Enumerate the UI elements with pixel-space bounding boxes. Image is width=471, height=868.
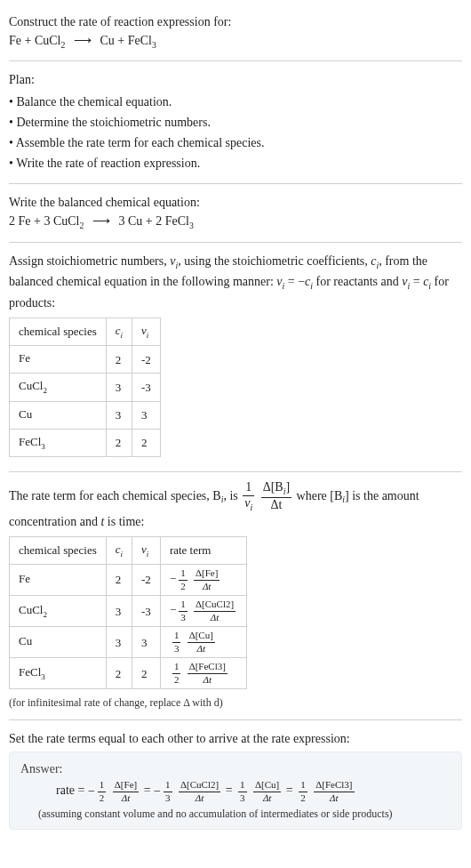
bracket: ]	[285, 480, 290, 494]
fraction-den: Δt	[314, 792, 354, 804]
plan-list: Balance the chemical equation. Determine…	[9, 92, 462, 174]
minus-sign: −	[170, 572, 176, 585]
fraction-num: 1	[164, 780, 172, 792]
infinitesimal-note: (for infinitesimal rate of change, repla…	[9, 695, 462, 711]
final-section: Set the rate terms equal to each other t…	[9, 724, 462, 838]
species-text: FeCl	[128, 34, 152, 47]
species-text: CuCl	[53, 214, 80, 228]
final-prompt: Set the rate terms equal to each other t…	[9, 729, 462, 748]
assign-text: , using the stoichiometric coefficients,	[178, 254, 371, 268]
species-cucl2: CuCl2	[35, 34, 68, 47]
fraction-num: Δ[CuCl2]	[194, 599, 236, 612]
fraction-den: Δt	[113, 792, 139, 804]
fraction-den: νi	[243, 496, 254, 512]
plus: +	[25, 34, 32, 47]
rate-term-text: where [B	[297, 489, 343, 502]
rate-term-table: chemical species ci νi rate term Fe 2 -2…	[9, 536, 247, 690]
subscript: i	[121, 331, 124, 340]
fraction: 1 νi	[243, 481, 254, 512]
subscript: 3	[41, 441, 45, 450]
rate-term-section: The rate term for each chemical species,…	[9, 476, 462, 716]
subscript: 3	[189, 221, 194, 230]
species-fe: Fe	[19, 214, 31, 228]
subscript: 3	[152, 40, 156, 50]
cell-nui: -2	[132, 565, 161, 596]
fraction-num: Δ[Fe]	[194, 568, 220, 581]
assign-text: Assign stoichiometric numbers,	[9, 254, 170, 268]
fraction-den: Δt	[253, 792, 281, 804]
subscript: 2	[79, 221, 84, 230]
cell-species: CuCl2	[10, 374, 107, 401]
fraction: 13	[238, 780, 247, 803]
fraction-num: Δ[Cu]	[253, 780, 281, 792]
rate-expression: rate = −12 Δ[Fe]Δt = −13 Δ[CuCl2]Δt = 13…	[56, 780, 451, 803]
fraction-den: Δt	[188, 643, 215, 655]
col-ci: ci	[106, 536, 132, 564]
plus: +	[34, 214, 41, 228]
equals-neg: = −	[284, 275, 305, 288]
col-nui: νi	[132, 536, 161, 564]
fraction-num: Δ[FeCl3]	[188, 662, 228, 674]
cell-nui: -2	[132, 346, 161, 374]
species-fecl3: FeCl3	[165, 214, 194, 228]
subscript: 2	[60, 40, 65, 50]
construct-section: Construct the rate of reaction expressio…	[9, 7, 462, 57]
fraction-num: Δ[Bi]	[261, 481, 291, 498]
equals: =	[286, 784, 296, 798]
fraction: Δ[Fe]Δt	[194, 568, 220, 591]
col-rate-term: rate term	[160, 536, 246, 564]
cell-nui: 2	[132, 429, 161, 456]
list-item: Assemble the rate term for each chemical…	[9, 133, 462, 154]
fraction: 13	[164, 780, 172, 803]
fraction-num: 1	[172, 631, 181, 643]
fraction: 12	[299, 780, 307, 803]
cell-rate-term: 13 Δ[Cu]Δt	[160, 627, 246, 658]
construct-label: Construct the rate of reaction expressio…	[9, 12, 462, 31]
species-text: Cu	[19, 634, 32, 647]
cell-nui: -3	[132, 596, 161, 627]
divider	[9, 719, 462, 720]
coeff: 3	[118, 214, 124, 228]
fraction: Δ[Cu]Δt	[188, 631, 215, 654]
species-text: CuCl	[35, 34, 61, 47]
subscript: 2	[43, 610, 47, 619]
equals: =	[144, 784, 154, 798]
list-item: Determine the stoichiometric numbers.	[9, 113, 462, 133]
fraction-den: 2	[172, 674, 181, 686]
cell-species: Cu	[10, 401, 107, 429]
col-species: chemical species	[10, 536, 107, 564]
fraction-num: 1	[299, 780, 307, 792]
cell-nui: 2	[132, 658, 161, 689]
fraction-num: 1	[172, 662, 181, 674]
delta-text: Δ[B	[263, 480, 283, 494]
list-item: Write the rate of reaction expression.	[9, 154, 462, 174]
fraction-num: 1	[238, 780, 247, 792]
divider	[9, 183, 462, 184]
fraction: Δ[FeCl3]Δt	[188, 662, 228, 685]
fraction-num: 1	[179, 568, 188, 581]
cell-ci: 3	[106, 374, 132, 401]
divider	[9, 242, 462, 243]
table-row: FeCl3 2 2	[10, 429, 161, 456]
col-species: chemical species	[10, 317, 107, 345]
fraction-den: 3	[238, 792, 247, 804]
cell-nui: -3	[132, 374, 161, 401]
species-fe: Fe	[9, 34, 21, 47]
right-arrow-icon: ⟶	[87, 214, 116, 228]
species-fecl3: FeCl3	[128, 34, 156, 47]
fraction: Δ[Bi] Δt	[261, 481, 291, 512]
minus-sign: −	[88, 784, 95, 798]
fraction: 13	[179, 599, 188, 623]
fraction-num: 1	[243, 481, 254, 496]
cell-ci: 2	[106, 429, 132, 456]
cell-nui: 3	[132, 401, 161, 429]
table-row: Cu 3 3	[10, 401, 161, 429]
table-row: Fe 2 -2	[10, 346, 161, 374]
assign-section: Assign stoichiometric numbers, νi, using…	[9, 246, 462, 468]
table-row: FeCl3 2 2 12 Δ[FeCl3]Δt	[10, 658, 247, 689]
plus: +	[146, 214, 153, 228]
cell-ci: 3	[106, 627, 132, 658]
species-cu: Cu	[100, 34, 114, 47]
fraction-num: Δ[Fe]	[113, 780, 139, 792]
divider	[9, 60, 462, 61]
